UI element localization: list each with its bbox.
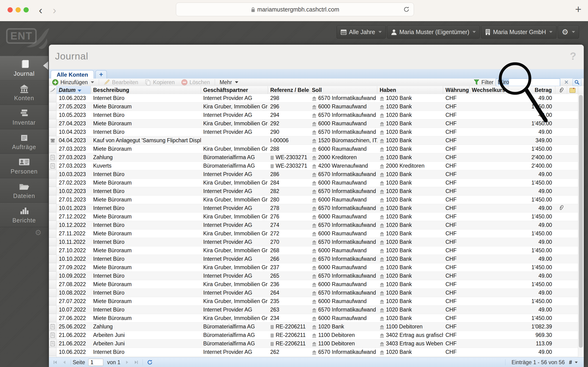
company-menu-button[interactable]: Maria Muster GmbH [481, 25, 556, 39]
table-row[interactable]: 27.07.2022Miete BüroraumKira Gruber, Imm… [49, 297, 578, 306]
add-button[interactable]: Hinzufügen [49, 79, 97, 86]
cell-referenz: 290 [268, 128, 310, 136]
row-number-menu[interactable]: # [569, 359, 578, 366]
browser-back-button[interactable]: ‹ [39, 4, 42, 16]
edit-button[interactable]: Bearbeiten [101, 79, 141, 86]
table-row[interactable]: 27.09.2022Miete BüroraumKira Gruber, Imm… [49, 263, 578, 272]
table-row[interactable]: 27.12.2022Miete BüroraumKira Gruber, Imm… [49, 213, 578, 221]
table-row[interactable]: 27.05.2023Miete BüroraumKira Gruber, Imm… [49, 102, 578, 111]
table-row[interactable]: 10.06.2023Internet BüroInternet Provider… [49, 94, 578, 102]
sidebar-item-auftrge[interactable]: Aufträge [0, 129, 48, 154]
invoice-icon [50, 163, 55, 168]
cell-beschreibung: Internet Büro [91, 111, 201, 119]
table-row[interactable]: 27.06.2022Miete BüroraumKira Gruber, Imm… [49, 314, 578, 323]
first-page-button[interactable] [51, 360, 60, 365]
refresh-button[interactable] [145, 359, 155, 365]
sidebar-item-konten[interactable]: Konten [0, 80, 48, 105]
help-icon[interactable]: ? [570, 50, 576, 62]
prev-page-button[interactable] [60, 360, 69, 365]
zoom-window-button[interactable] [24, 7, 29, 12]
column-header-geschaeftspartner[interactable]: Geschäftspartner [201, 86, 268, 94]
browser-forward-button[interactable]: › [53, 4, 56, 16]
table-row[interactable]: 10.03.2023Internet BüroInternet Provider… [49, 170, 578, 179]
sidebar-item-personen[interactable]: Personen [0, 154, 48, 178]
table-row[interactable]: 10.01.2023Internet BüroInternet Provider… [49, 204, 578, 213]
sidebar-item-journal[interactable]: Journal [0, 56, 48, 80]
settings-button[interactable]: ⚙ [558, 25, 579, 39]
lock-icon [251, 7, 255, 12]
search-button[interactable] [572, 79, 581, 86]
table-row[interactable]: 10.11.2022Internet BüroInternet Provider… [49, 238, 578, 246]
user-menu-button[interactable]: Maria Muster (Eigentümer) [387, 25, 480, 39]
table-row[interactable]: 10.05.2023Internet BüroInternet Provider… [49, 111, 578, 119]
bank-icon [380, 342, 384, 346]
table-row[interactable]: 10.10.2022Internet BüroInternet Provider… [49, 255, 578, 263]
column-header-betrag[interactable]: Betrag [508, 86, 555, 94]
reload-icon[interactable] [403, 6, 410, 14]
new-tab-button[interactable]: + [575, 3, 581, 16]
cell-waehrung: CHF [443, 323, 470, 331]
table-row[interactable]: 27.03.2023KuvertsBüromaterialfirma AGWE-… [49, 162, 578, 170]
next-page-button[interactable] [123, 360, 132, 365]
sidebar-settings-gear-icon[interactable]: ⚙ [35, 228, 42, 237]
cell-betrag: 49.00 [508, 289, 555, 297]
column-header-soll[interactable]: Soll [310, 86, 377, 94]
table-row[interactable]: 27.11.2022Miete BüroraumKira Gruber, Imm… [49, 229, 578, 238]
more-button[interactable]: Mehr [216, 79, 242, 86]
close-window-button[interactable] [8, 7, 13, 12]
add-tab-button[interactable]: + [95, 70, 107, 79]
table-row[interactable]: 27.10.2022Miete BüroraumKira Gruber, Imm… [49, 246, 578, 255]
bank-icon [380, 249, 384, 253]
table-row[interactable]: 10.06.2022Internet BüroInternet Provider… [49, 348, 578, 356]
copy-button[interactable]: Kopieren [142, 79, 178, 86]
sidebar-item-inventar[interactable]: Inventar [0, 105, 48, 129]
column-header-haben[interactable]: Haben [377, 86, 443, 94]
table-row[interactable]: 21.06.2022Arbeiten JuniBüromaterialfirma… [49, 331, 578, 340]
cell-haben: 1020 Bank [377, 263, 443, 272]
table-row[interactable]: 27.08.2022Miete BüroraumKira Gruber, Imm… [49, 280, 578, 289]
column-header-waehrung[interactable]: Währung [443, 86, 470, 94]
table-row[interactable]: 25.06.2022ZahlungBüromaterialfirma AGRE-… [49, 323, 578, 331]
paperclip-icon [559, 87, 564, 93]
table-row[interactable]: 10.12.2022Internet BüroInternet Provider… [49, 221, 578, 229]
cell-beschreibung: Zahlung [91, 153, 201, 161]
invoice-icon [50, 341, 55, 346]
column-header-datum[interactable]: Datum [57, 86, 91, 94]
column-header-attachment[interactable] [555, 86, 567, 94]
column-header-pin[interactable] [49, 86, 57, 94]
table-row[interactable]: 21.06.2022Arbeiten JuniBüromaterialfirma… [49, 340, 578, 348]
scrollbar-thumb[interactable] [579, 95, 583, 348]
column-header-beschreibung[interactable]: Beschreibung [91, 86, 201, 94]
tab-alle-konten[interactable]: Alle Konten [51, 70, 94, 79]
column-header-note[interactable] [567, 86, 578, 94]
vertical-scrollbar[interactable] [578, 94, 584, 358]
year-filter-button[interactable]: Alle Jahre [336, 25, 386, 39]
minimize-window-button[interactable] [16, 7, 21, 12]
table-row[interactable]: 10.08.2022Internet BüroInternet Provider… [49, 289, 578, 297]
table-row[interactable]: 04.04.2023Kauf von Anlagegut 'Samsung Fl… [49, 136, 578, 145]
table-row[interactable]: 27.02.2023Miete BüroraumKira Gruber, Imm… [49, 179, 578, 187]
clear-filter-icon[interactable]: ✕ [563, 79, 570, 86]
page-number-input[interactable] [88, 359, 103, 366]
table-row[interactable]: 10.07.2022Internet BüroInternet Provider… [49, 306, 578, 314]
receipt-icon [270, 333, 274, 338]
table-row[interactable]: 27.01.2023Miete BüroraumKira Gruber, Imm… [49, 196, 578, 204]
table-row[interactable]: 27.04.2023Miete BüroraumKira Gruber, Imm… [49, 119, 578, 128]
row-gutter [49, 272, 57, 280]
sidebar-item-dateien[interactable]: Dateien [0, 178, 48, 203]
address-bar[interactable]: mariamustergmbh.cashctrl.com [176, 3, 414, 16]
table-row[interactable]: 27.03.2023ZahlungBüromaterialfirma AGWE-… [49, 153, 578, 162]
table-row[interactable]: 10.02.2023Internet BüroInternet Provider… [49, 187, 578, 196]
cell-haben: 1020 Bank [377, 306, 443, 314]
last-page-button[interactable] [132, 360, 141, 365]
column-header-wechselkurs[interactable]: Wechselkurs [470, 86, 508, 94]
column-header-referenz[interactable]: Referenz / Beleg [268, 86, 310, 94]
table-row[interactable]: 10.04.2023Internet BüroInternet Provider… [49, 128, 578, 136]
cell-betrag: 49.00 [508, 272, 555, 280]
table-row[interactable]: 27.03.2023Miete BüroraumKira Gruber, Imm… [49, 145, 578, 153]
sidebar-item-berichte[interactable]: Berichte [0, 203, 48, 227]
filter-input[interactable]: Büro [496, 78, 560, 86]
cell-beschreibung: Miete Büroraum [91, 229, 201, 238]
table-row[interactable]: 10.09.2022Internet BüroInternet Provider… [49, 272, 578, 280]
delete-button[interactable]: Löschen [178, 79, 213, 86]
